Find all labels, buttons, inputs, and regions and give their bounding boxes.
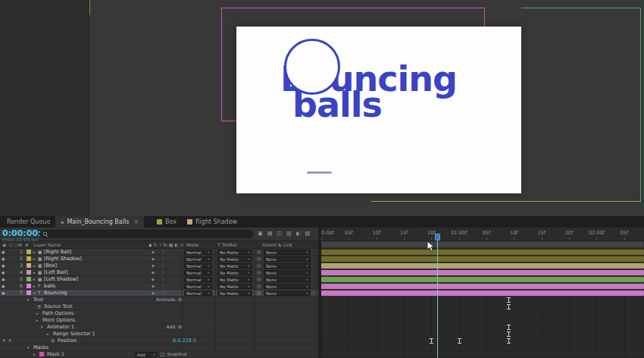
layer-twirl-icon[interactable]: ▸ [33, 276, 36, 282]
tab-render-queue[interactable]: Render Queue [2, 216, 55, 228]
layer-parent-dropdown[interactable]: None∨ [264, 250, 311, 255]
layer-mode-dropdown[interactable]: Normal∨ [184, 263, 212, 268]
layer-row[interactable]: ◉ 6 ▸ T balls ◆ ∖ Normal∨ No Matte∨ ◎ No… [0, 283, 318, 290]
motion-blur-icon[interactable]: ◐ [296, 231, 301, 237]
layer-duration-bar[interactable] [321, 290, 644, 296]
shy-layers-icon[interactable]: ◫ [277, 231, 282, 237]
layer-duration-bar[interactable] [321, 263, 644, 268]
property-label[interactable]: Animator 1 [47, 324, 74, 330]
keyframe-icon[interactable] [507, 297, 511, 303]
layer-parent-dropdown[interactable]: None∨ [264, 263, 311, 268]
layer-trkmat-dropdown[interactable]: No Matte∨ [217, 277, 252, 282]
property-row[interactable]: ▾Masks [0, 344, 318, 351]
layer-visibility-icon[interactable]: ◉ [2, 269, 5, 275]
stopwatch-icon[interactable]: ◔ [51, 338, 55, 344]
keyframe-icon[interactable] [458, 338, 461, 344]
parent-pickwhip-icon[interactable]: ◎ [257, 256, 261, 262]
layer-duration-bar[interactable] [321, 250, 644, 255]
layer-row[interactable]: ◉ 3 ▸ ▦ [Box] ◆ ∖ Normal∨ No Matte∨ ◎ No… [0, 262, 318, 269]
layer-parent-dropdown[interactable]: None∨ [264, 290, 311, 296]
graph-editor-icon[interactable]: ▨ [305, 231, 311, 237]
layer-visibility-icon[interactable]: ◉ [2, 283, 5, 289]
property-row[interactable]: ◔Source Text [0, 303, 318, 310]
twirl-icon[interactable]: ▸ [33, 351, 36, 357]
tab-main-bouncing-balls[interactable]: ▪ Main_Bouncing Balls × [55, 216, 144, 228]
frame-blend-icon[interactable]: ▥ [286, 231, 292, 237]
layer-row[interactable]: ◉ 7 ▾ T Bouncing ◆ ∖ Normal∨ No Matte∨ ◎… [0, 290, 318, 297]
layer-twirl-icon[interactable]: ▸ [33, 249, 36, 255]
property-label[interactable]: Position [58, 338, 77, 344]
playhead-handle[interactable] [435, 234, 440, 240]
parent-pickwhip-icon[interactable]: ◎ [257, 283, 261, 289]
layer-name[interactable]: [Right Ball] [44, 249, 71, 255]
mask-color-swatch[interactable] [39, 352, 44, 356]
layer-parent-dropdown[interactable]: None∨ [264, 256, 311, 262]
layer-name[interactable]: [Left Ball] [44, 269, 67, 275]
property-row[interactable]: ▸Path Options [0, 310, 318, 317]
layer-switches[interactable]: ◆ ∖ [152, 249, 167, 255]
layer-name-column-header[interactable]: Layer Name [33, 243, 61, 247]
layer-row[interactable]: ◉ 4 ▸ ▦ [Left Ball] ◆ ∖ Normal∨ No Matte… [0, 269, 318, 276]
parent-pickwhip-icon[interactable]: ◎ [257, 249, 261, 255]
layer-twirl-icon[interactable]: ▾ [33, 290, 36, 296]
parent-column-header[interactable]: Parent & Link [262, 243, 292, 247]
composition-canvas[interactable]: Bouncing balls [236, 27, 521, 193]
layer-color-swatch[interactable] [27, 290, 31, 295]
stopwatch-icon[interactable]: ◔ [37, 303, 41, 309]
layer-color-swatch[interactable] [27, 263, 31, 268]
twirl-icon[interactable]: ▸ [36, 317, 39, 323]
layer-switches[interactable]: ◆ ∖ [152, 290, 167, 296]
layer-mode-dropdown[interactable]: Normal∨ [184, 284, 212, 289]
layer-row[interactable]: ◉ 2 ▸ ▦ [Right Shadow] ◆ ∖ Normal∨ No Ma… [0, 256, 318, 262]
layer-visibility-icon[interactable]: ◉ [2, 256, 5, 262]
property-label[interactable]: Source Text [44, 303, 73, 309]
keyframe-icon[interactable] [507, 338, 511, 344]
trkmat-column-header[interactable]: T TrkMat [217, 243, 237, 247]
property-row[interactable]: ▾Animator 1Add: ⊙ [0, 324, 318, 331]
inverted-checkbox[interactable] [161, 353, 164, 356]
layer-visibility-icon[interactable]: ◉ [2, 262, 5, 268]
animate-add-button[interactable]: Animate: ⊙ [121, 297, 182, 303]
layer-color-swatch[interactable] [27, 284, 31, 288]
layer-visibility-icon[interactable]: ◉ [2, 290, 5, 296]
twirl-icon[interactable]: ▾ [27, 297, 30, 303]
layer-name[interactable]: balls [44, 283, 55, 289]
property-label[interactable]: Mask 1 [47, 351, 64, 357]
time-ruler[interactable]: 0:00f05f10f15f20f01:00f05f10f15f20f02:00… [321, 228, 644, 241]
layer-mode-dropdown[interactable]: Normal∨ [184, 250, 212, 255]
layer-duration-bar[interactable] [321, 256, 644, 262]
search-field[interactable] [39, 230, 253, 238]
layer-duration-bar[interactable] [321, 284, 644, 289]
layer-mode-dropdown[interactable]: Normal∨ [184, 290, 212, 296]
keyframe-icon[interactable] [507, 304, 511, 309]
layer-color-swatch[interactable] [27, 277, 31, 281]
work-area-bar[interactable] [321, 241, 644, 249]
layer-parent-dropdown[interactable]: None∨ [264, 277, 311, 282]
mask-mode-dropdown[interactable]: Add∨ [135, 352, 158, 357]
layer-twirl-icon[interactable]: ▸ [33, 283, 36, 289]
animate-add-button[interactable]: Add: ⊙ [121, 324, 182, 330]
layer-parent-dropdown[interactable]: None∨ [264, 284, 311, 289]
twirl-icon[interactable]: ▸ [47, 331, 49, 337]
tab-box[interactable]: Box [152, 216, 182, 228]
comp-mini-flowchart-icon[interactable]: ▣ [258, 231, 263, 237]
mode-column-header[interactable]: Mode [186, 243, 199, 247]
layer-row[interactable]: ◉ 1 ▸ ▦ [Right Ball] ◆ ∖ Normal∨ No Matt… [0, 249, 318, 256]
layer-trkmat-dropdown[interactable]: No Matte∨ [217, 290, 252, 296]
twirl-icon[interactable]: ▾ [41, 324, 43, 330]
layer-trkmat-dropdown[interactable]: No Matte∨ [217, 250, 252, 255]
keyframe-icon[interactable] [430, 338, 433, 344]
layer-trkmat-dropdown[interactable]: No Matte∨ [217, 263, 252, 268]
layer-trkmat-dropdown[interactable]: No Matte∨ [217, 256, 252, 262]
layer-mode-dropdown[interactable]: Normal∨ [184, 277, 212, 282]
parent-pickwhip-icon[interactable]: ◎ [257, 276, 261, 282]
layer-switches[interactable]: ◆ ∖ [152, 283, 167, 289]
parent-pickwhip-icon[interactable]: ◎ [257, 269, 261, 275]
layer-duration-bar[interactable] [321, 277, 644, 282]
layer-parent-dropdown[interactable]: None∨ [264, 270, 311, 275]
property-label[interactable]: Masks [33, 344, 48, 350]
layer-twirl-icon[interactable]: ▸ [33, 269, 36, 275]
layer-color-swatch[interactable] [27, 256, 31, 261]
property-label[interactable]: More Options [42, 317, 75, 323]
layer-row[interactable]: ◉ 5 ▸ ▦ [Left Shadow] ◆ ∖ Normal∨ No Mat… [0, 276, 318, 283]
